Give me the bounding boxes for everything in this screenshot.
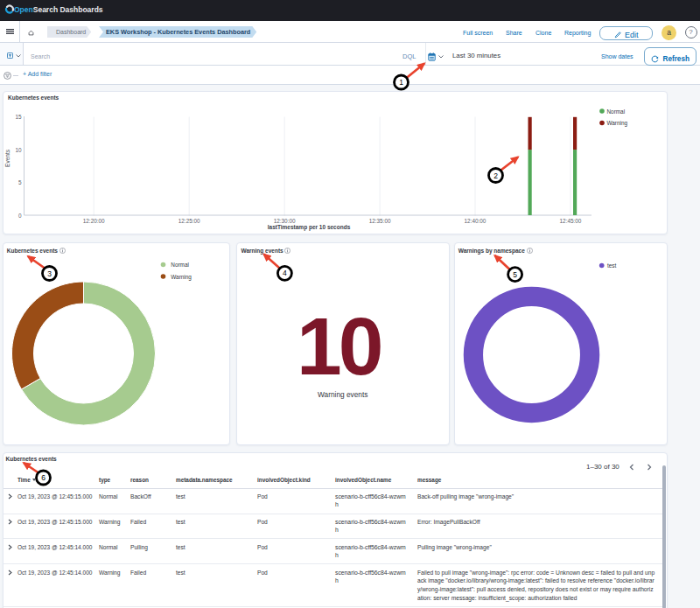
svg-text:1: 1 (399, 78, 403, 87)
svg-text:4: 4 (283, 269, 287, 277)
svg-text:2: 2 (494, 171, 498, 180)
svg-text:3: 3 (47, 269, 52, 278)
svg-text:5: 5 (513, 270, 517, 279)
svg-text:6: 6 (41, 473, 46, 482)
